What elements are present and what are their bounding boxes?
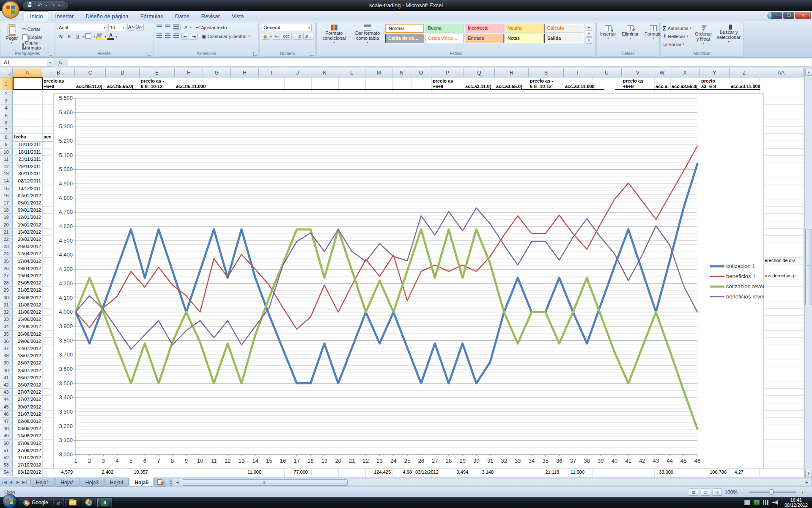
clear-button[interactable]: ◪Borrar▾ bbox=[663, 41, 691, 48]
row1-cell[interactable]: acc.a3.11.0( bbox=[465, 84, 491, 89]
cell-acc[interactable]: acc bbox=[44, 134, 51, 139]
cell-date[interactable]: 23/11/2011 bbox=[11, 157, 41, 162]
style-notas[interactable]: Notas bbox=[505, 34, 543, 43]
style-celda-vincul-[interactable]: Celda vincul... bbox=[425, 34, 464, 43]
style-c-lculo[interactable]: Cálculo bbox=[544, 24, 583, 33]
fill-color-button[interactable] bbox=[96, 33, 104, 40]
scroll-right-icon[interactable]: ▶ bbox=[804, 480, 810, 485]
row-header-12[interactable]: 12 bbox=[0, 163, 13, 170]
wrap-text-button[interactable]: ↩Ajustar texto bbox=[196, 24, 227, 31]
ribbon-tab-insertar[interactable]: Insertar bbox=[49, 12, 80, 21]
alignment-dialog-launcher[interactable] bbox=[253, 52, 257, 56]
cell-date[interactable]: 12/04/2012 bbox=[11, 251, 41, 256]
cell-date[interactable]: 31/07/2012 bbox=[11, 411, 41, 417]
cell-date[interactable]: 22/06/2012 bbox=[11, 324, 41, 329]
font-family-combo[interactable]: Arial▾ bbox=[57, 24, 107, 31]
cell-date[interactable]: 16/02/2012 bbox=[11, 229, 41, 235]
page-layout-view-button[interactable]: ▤ bbox=[701, 489, 710, 496]
tray-volume-icon[interactable] bbox=[772, 500, 778, 505]
row1-cell[interactable]: acc.a3.11.000 bbox=[565, 84, 595, 89]
gallery-up-icon[interactable]: ▲ bbox=[586, 24, 592, 30]
fill-caret-icon[interactable]: ▾ bbox=[104, 35, 106, 39]
zoom-out-icon[interactable]: − bbox=[740, 489, 745, 495]
cell-date[interactable]: 29/06/2012 bbox=[11, 339, 41, 344]
row-header-29[interactable]: 29 bbox=[0, 287, 13, 294]
taskbar-item-internet-explorer[interactable]: e bbox=[53, 498, 64, 507]
row1-cell[interactable]: acc.a3.11.000 bbox=[731, 84, 760, 89]
customize-qat-icon[interactable]: ▿ bbox=[62, 3, 64, 8]
border-caret-icon[interactable]: ▾ bbox=[93, 35, 95, 39]
cell-fecha[interactable]: fecha bbox=[14, 134, 26, 139]
decrease-decimal-button[interactable]: .0→ bbox=[303, 33, 313, 40]
row-header-48[interactable]: 48 bbox=[0, 425, 13, 432]
save-button[interactable] bbox=[27, 2, 34, 9]
row1-cell[interactable]: precio as+6+8 bbox=[44, 78, 64, 89]
name-box-caret-icon[interactable]: ▾ bbox=[47, 59, 53, 67]
cell-date[interactable]: 18/11/2011 bbox=[11, 149, 41, 155]
increase-decimal-button[interactable]: ←.0 bbox=[293, 33, 303, 40]
taskbar-item-explorer[interactable] bbox=[65, 498, 80, 507]
row-header-10[interactable]: 10 bbox=[0, 149, 13, 156]
column-header-T[interactable]: T bbox=[564, 68, 592, 77]
underline-caret-icon[interactable]: ▾ bbox=[82, 35, 84, 39]
align-middle-button[interactable] bbox=[165, 24, 172, 31]
row-header-52[interactable]: 52 bbox=[0, 454, 13, 461]
zoom-slider-thumb[interactable] bbox=[770, 489, 774, 495]
row-header-36[interactable]: 36 bbox=[0, 338, 13, 345]
zoom-level[interactable]: 100% bbox=[724, 489, 738, 495]
column-header-Y[interactable]: Y bbox=[700, 68, 730, 77]
normal-view-button[interactable]: ▦ bbox=[689, 489, 698, 496]
ribbon-tab-vista[interactable]: Vista bbox=[226, 12, 250, 21]
row-header-16[interactable]: 16 bbox=[0, 192, 13, 199]
ribbon-tab-f-rmulas[interactable]: Fórmulas bbox=[134, 12, 169, 21]
prev-sheet-icon[interactable]: ◀ bbox=[7, 478, 14, 487]
column-header-F[interactable]: F bbox=[175, 68, 203, 77]
cell-date[interactable]: 19/04/2012 bbox=[11, 266, 41, 271]
taskbar-clock[interactable]: 16:41 08/12/2012 bbox=[785, 497, 808, 508]
cell-date[interactable]: 02/08/2012 bbox=[11, 419, 41, 424]
row-header-27[interactable]: 27 bbox=[0, 272, 13, 279]
cell-date[interactable]: 13/12/2011 bbox=[11, 186, 41, 191]
cell-date[interactable]: 17/04/2012 bbox=[11, 259, 41, 264]
start-button[interactable] bbox=[3, 494, 17, 508]
row-header-8[interactable]: 8 bbox=[0, 134, 13, 141]
row-header-49[interactable]: 49 bbox=[0, 432, 13, 439]
ribbon-tab-revisar[interactable]: Revisar bbox=[195, 12, 226, 21]
column-header-P[interactable]: P bbox=[431, 68, 464, 77]
fill-button[interactable]: ⬇Rellenar▾ bbox=[663, 33, 691, 40]
cell-date[interactable]: 08/06/2012 bbox=[11, 295, 41, 300]
cell-date[interactable]: 18/07/2012 bbox=[11, 353, 41, 358]
cell-date[interactable]: 19/04/2012 bbox=[11, 273, 41, 278]
row-header-35[interactable]: 35 bbox=[0, 331, 13, 338]
cell-date[interactable]: 12/01/2012 bbox=[11, 215, 41, 220]
zoom-slider[interactable] bbox=[749, 491, 796, 493]
row1-cell[interactable]: acc.tl5.55.0( bbox=[107, 84, 133, 89]
row-header-33[interactable]: 33 bbox=[0, 316, 13, 323]
grow-font-button[interactable]: A˄ bbox=[127, 24, 135, 30]
thousands-button[interactable]: 000 bbox=[281, 33, 292, 40]
scroll-up-icon[interactable]: ▲ bbox=[805, 69, 812, 76]
number-format-combo[interactable]: General▾ bbox=[262, 24, 312, 31]
row-header-4[interactable]: 4 bbox=[0, 105, 13, 112]
row-header-1[interactable]: 1 bbox=[0, 77, 13, 90]
row-header-14[interactable]: 14 bbox=[0, 177, 13, 185]
style-incorrecto[interactable]: Incorrecto bbox=[465, 24, 504, 33]
font-dialog-launcher[interactable] bbox=[148, 52, 151, 56]
ribbon-tab-dise-o-de-p-gina[interactable]: Diseño de página bbox=[80, 12, 134, 21]
cell-date[interactable]: 02/01/2012 bbox=[11, 193, 41, 198]
row-header-25[interactable]: 25 bbox=[0, 258, 13, 265]
column-header-N[interactable]: N bbox=[392, 68, 411, 77]
column-header-Z[interactable]: Z bbox=[730, 68, 759, 77]
row-header-2[interactable]: 2 bbox=[0, 90, 13, 97]
column-header-AA[interactable]: AA bbox=[759, 68, 804, 77]
vertical-scrollbar[interactable]: ▲ ▼ bbox=[804, 68, 812, 478]
cell-date[interactable]: 25/05/2012 bbox=[11, 280, 41, 285]
sort-filter-button[interactable]: AZ Ordenar y filtrar▾ bbox=[693, 24, 713, 48]
column-header-V[interactable]: V bbox=[622, 68, 654, 77]
bold-button[interactable]: N bbox=[57, 33, 65, 40]
row-header-26[interactable]: 26 bbox=[0, 265, 13, 272]
tray-display-icon[interactable] bbox=[744, 500, 750, 505]
row-header-41[interactable]: 41 bbox=[0, 374, 13, 381]
cell-date[interactable]: 26/07/2012 bbox=[11, 382, 41, 387]
row-header-24[interactable]: 24 bbox=[0, 250, 13, 257]
